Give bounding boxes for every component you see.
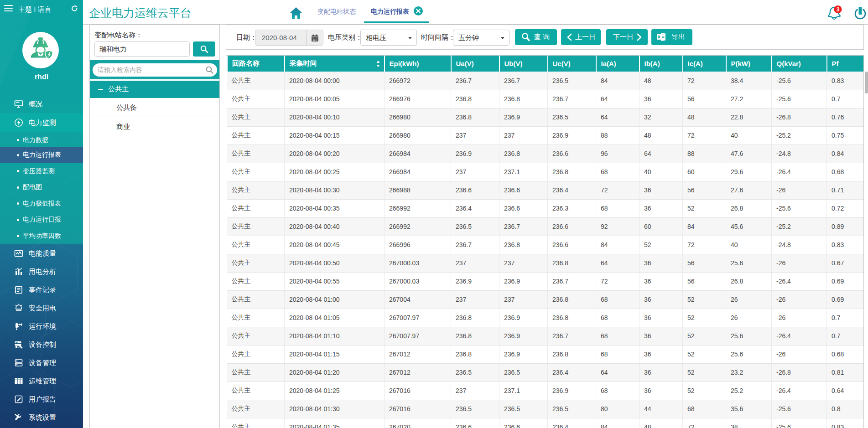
- svg-text:3: 3: [837, 6, 840, 13]
